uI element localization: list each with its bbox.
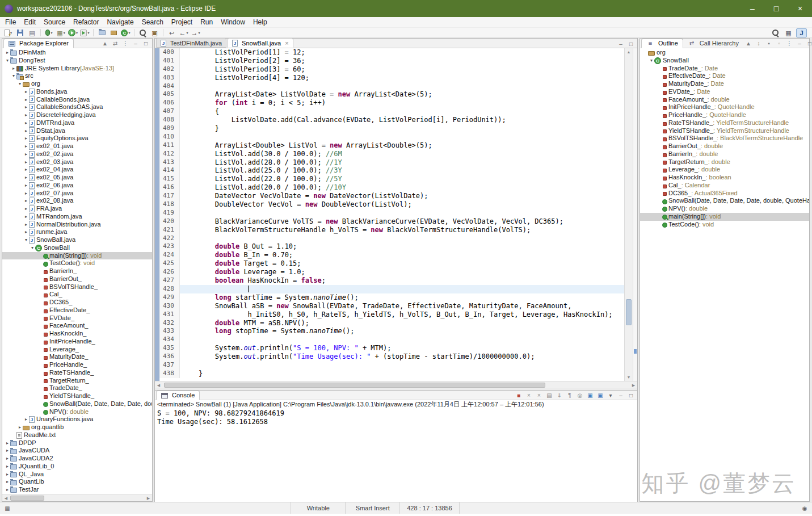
line-number[interactable]: 404 <box>159 82 180 91</box>
tree-item-snowball[interactable]: ▾SnowBall <box>640 57 809 65</box>
scrollbar-thumb[interactable] <box>10 496 44 501</box>
line-number[interactable]: 409 <box>159 124 180 133</box>
view-menu-icon[interactable]: ⋮ <box>785 39 794 47</box>
dropdown-arrow-icon[interactable]: ▾ <box>186 31 188 35</box>
scroll-down-icon[interactable]: ▼ <box>625 374 633 381</box>
tree-item-targetreturn[interactable]: TargetReturn_ <box>2 377 152 385</box>
code-line-438[interactable]: 438 } <box>159 370 624 378</box>
line-number[interactable]: 431 <box>159 311 180 319</box>
tree-item-yieldtshandle[interactable]: YieldTSHandle_ <box>2 392 152 400</box>
expand-arrow-icon[interactable]: ▸ <box>23 119 29 127</box>
remove-all-terminated-icon[interactable]: × <box>535 391 544 399</box>
menu-source[interactable]: Source <box>40 18 69 26</box>
sort-icon[interactable]: ↕ <box>754 39 763 47</box>
code-line-427[interactable]: 427 boolean HasKnockIn = false; <box>159 276 624 285</box>
tree-item-bsvoltshandle[interactable]: BSVolTSHandle_ <box>2 283 152 291</box>
line-number[interactable]: 406 <box>159 99 180 107</box>
line-number[interactable]: 401 <box>159 57 180 65</box>
line-number[interactable]: 410 <box>159 133 180 141</box>
tree-item-snowball-date-date-date-date-double-quotehandle[interactable]: SnowBall(Date, Date, Date, Date, double,… <box>640 197 809 205</box>
expand-arrow-icon[interactable]: ▸ <box>5 463 10 471</box>
tree-item-runme-java[interactable]: ▸runme.java <box>2 228 152 236</box>
tree-item-jquantlib-0[interactable]: ▸JQuantLib_0 <box>2 463 152 471</box>
toolbar-forward-button[interactable]: ▾ <box>190 28 201 37</box>
menu-refactor[interactable]: Refactor <box>69 18 103 26</box>
tree-item-hasknockin[interactable]: HasKnockIn_ <box>2 330 152 338</box>
maximize-view-icon[interactable]: □ <box>141 39 150 47</box>
close-window-icon[interactable]: × <box>788 0 812 17</box>
code-line-405[interactable]: 405 ArrayList<Date> ListVolDate = new Ar… <box>159 90 624 99</box>
tree-item-ex02-02-java[interactable]: ▸ex02_02.java <box>2 150 152 158</box>
expand-arrow-icon[interactable]: ▾ <box>17 80 23 88</box>
line-number[interactable]: 428 <box>159 285 180 293</box>
dropdown-arrow-icon[interactable]: ▾ <box>76 31 78 35</box>
tree-item-evdate[interactable]: EVDate_ <box>2 314 152 322</box>
tree-item-fra-java[interactable]: ▸FRA.java <box>2 205 152 213</box>
code-line-418[interactable]: 418 DoubleVector VecVol = new DoubleVect… <box>159 200 624 209</box>
code-line-433[interactable]: 433 long stopTime = System.nanoTime(); <box>159 327 624 335</box>
editor-tab-snowball-java[interactable]: SnowBall.java× <box>228 38 293 48</box>
toolbar-back-button[interactable]: ▾ <box>178 28 189 37</box>
toolbar-run-button[interactable]: ▾ <box>68 28 78 37</box>
hide-fields-icon[interactable]: ▪ <box>764 39 773 47</box>
editor-horizontal-scrollbar[interactable]: ◀ ▶ <box>155 381 637 388</box>
line-number[interactable]: 413 <box>159 158 180 167</box>
tree-item-evdate[interactable]: EVDate_ : Date <box>640 88 809 96</box>
tree-item-equityoptions-java[interactable]: ▸EquityOptions.java <box>2 135 152 142</box>
line-number[interactable]: 418 <box>159 200 180 209</box>
menu-window[interactable]: Window <box>217 18 249 26</box>
toolbar-external-tools-button[interactable]: ▾ <box>79 28 90 37</box>
tree-item-snowball-java[interactable]: ▾SnowBall.java <box>2 236 152 244</box>
line-number[interactable]: 421 <box>159 226 180 234</box>
tree-item-npv[interactable]: NPV() : double <box>2 408 152 416</box>
terminate-icon[interactable]: ■ <box>514 391 523 399</box>
expand-arrow-icon[interactable]: ▸ <box>23 127 29 135</box>
tree-item-faceamount[interactable]: FaceAmount_ : double <box>640 96 809 104</box>
minimize-window-icon[interactable]: – <box>741 0 764 17</box>
tree-item-callablebondsoas-java[interactable]: ▸CallableBondsOAS.java <box>2 103 152 111</box>
tree-item-ex02-06-java[interactable]: ▸ex02_06.java <box>2 182 152 190</box>
minimize-view-icon[interactable]: – <box>795 39 804 47</box>
code-line-432[interactable]: 432 double MTM = aSB.NPV(); <box>159 319 624 328</box>
pin-console-icon[interactable]: ◎ <box>575 391 584 399</box>
expand-arrow-icon[interactable]: ▸ <box>11 65 16 73</box>
toolbar-new-java-project-button[interactable] <box>96 28 107 37</box>
line-number[interactable]: 407 <box>159 107 180 116</box>
line-number[interactable]: 403 <box>159 74 180 82</box>
line-number[interactable]: 414 <box>159 166 180 175</box>
expand-arrow-icon[interactable]: ▾ <box>23 236 29 244</box>
tree-item-maturitydate[interactable]: MaturityDate_ <box>2 353 152 361</box>
scroll-right-icon[interactable]: ▶ <box>145 494 152 502</box>
maximize-view-icon[interactable]: □ <box>805 39 812 47</box>
outline-tab[interactable]: Outline <box>641 39 683 48</box>
line-number[interactable]: 438 <box>159 370 180 378</box>
tree-item-normaldistribution-java[interactable]: ▸NormalDistribution.java <box>2 221 152 229</box>
menu-help[interactable]: Help <box>249 18 271 26</box>
toolbar-new-wizard-button[interactable]: ▾ <box>3 28 14 37</box>
code-line-417[interactable]: 417 DateVector VecVolDate = new DateVect… <box>159 192 624 200</box>
tree-item-bsvoltshandle[interactable]: BSVolTSHandle_ : BlackVolTermStructureHa… <box>640 135 809 142</box>
expand-arrow-icon[interactable]: ▸ <box>23 221 29 229</box>
code-line-423[interactable]: 423 double B_Out = 1.10; <box>159 242 624 251</box>
line-number[interactable]: 420 <box>159 217 180 226</box>
collapse-all-icon[interactable]: ▲ <box>744 39 753 47</box>
scroll-up-icon[interactable]: ▲ <box>625 48 633 56</box>
menu-navigate[interactable]: Navigate <box>103 18 137 26</box>
line-number[interactable]: 416 <box>159 183 180 192</box>
code-line-414[interactable]: 414 ListVol.add(25.0 / 100.0); //3Y <box>159 166 624 175</box>
line-number[interactable]: 429 <box>159 293 180 302</box>
expand-arrow-icon[interactable]: ▸ <box>23 88 29 96</box>
tree-item-unaryfunctions-java[interactable]: ▸UnaryFunctions.java <box>2 416 152 423</box>
expand-arrow-icon[interactable]: ▸ <box>17 423 23 431</box>
tree-item-dc365[interactable]: DC365_ : Actual365Fixed <box>640 190 809 198</box>
line-number[interactable]: 405 <box>159 90 180 99</box>
tree-item-org[interactable]: org <box>640 49 809 57</box>
tree-item-barrierout[interactable]: BarrierOut_ <box>2 275 152 283</box>
expand-arrow-icon[interactable]: ▸ <box>23 174 29 182</box>
line-number[interactable]: 408 <box>159 116 180 124</box>
expand-arrow-icon[interactable]: ▸ <box>5 439 10 447</box>
code-line-425[interactable]: 425 double Target = 0.15; <box>159 259 624 268</box>
overview-cursor-mark[interactable] <box>634 349 637 354</box>
line-number[interactable]: 424 <box>159 251 180 259</box>
scroll-right-icon[interactable]: ▶ <box>630 381 637 389</box>
